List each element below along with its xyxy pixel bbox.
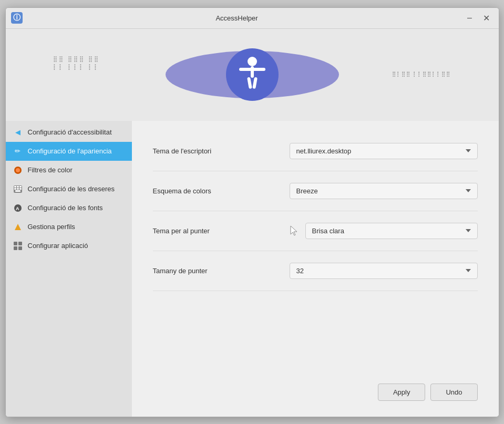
accessibility-person-icon: [226, 48, 279, 101]
color-scheme-row: Esquema de colors Breeze Breeze Dark Oxy…: [153, 171, 478, 211]
svg-marker-18: [15, 224, 21, 230]
svg-rect-4: [247, 77, 252, 89]
sidebar-label-color-filters: Filtres de color: [28, 166, 73, 174]
sidebar-icon-filters: [13, 166, 23, 175]
color-scheme-control: Breeze Breeze Dark Oxygen: [290, 183, 478, 199]
undo-button[interactable]: Undo: [430, 384, 477, 401]
svg-rect-20: [18, 242, 22, 245]
svg-point-1: [248, 57, 257, 66]
sidebar-icon-shortcuts: [13, 184, 23, 194]
svg-rect-22: [18, 246, 22, 250]
svg-point-7: [16, 168, 20, 172]
braille-decoration-right: ⣿⡇⣿⣿ ⡇⡇⣿⣿⡇⡇⣿⣿: [392, 71, 451, 77]
svg-rect-15: [15, 190, 20, 192]
apply-button[interactable]: Apply: [378, 384, 426, 401]
svg-rect-3: [239, 68, 265, 71]
titlebar: ⓘ AccessHelper – ✕: [6, 8, 499, 29]
buttons-row: Apply Undo: [153, 373, 478, 406]
desktop-theme-select[interactable]: net.lliurex.desktop Breeze Breeze Dark: [290, 143, 478, 159]
logo-container: [163, 40, 342, 109]
sidebar-item-accessibility-config[interactable]: ◀ Configuració d'accessibilitat: [6, 123, 132, 142]
color-scheme-label: Esquema de colors: [153, 187, 290, 195]
svg-rect-10: [17, 186, 19, 188]
braille-decoration-left: ⣿⣿ ⣿⣿⣿ ⣿⣿ ⡇⡇ ⡇⡇⡇ ⡇⡇: [53, 55, 100, 71]
sidebar-icon-appearance: ✏: [13, 147, 23, 156]
sidebar-label-configure-app: Configurar aplicació: [28, 242, 88, 250]
cursor-size-row: Tamany de punter 16 24 32 48 64: [153, 251, 478, 291]
cursor-theme-row: Tema per al punter Brisa clara Breeze: [153, 211, 478, 251]
close-button[interactable]: ✕: [480, 11, 493, 25]
desktop-theme-label: Tema de l'escriptori: [153, 147, 290, 155]
sidebar-icon-configure-app: [13, 241, 23, 251]
sidebar-item-fonts-config[interactable]: A Configuració de les fonts: [6, 199, 132, 218]
sidebar-icon-profiles: [13, 222, 23, 232]
desktop-theme-control: net.lliurex.desktop Breeze Breeze Dark: [290, 143, 478, 159]
cursor-select-wrapper: Brisa clara Breeze DMZ-White: [290, 223, 478, 239]
cursor-theme-control: Brisa clara Breeze DMZ-White: [290, 223, 478, 239]
svg-rect-5: [252, 77, 258, 89]
sidebar-icon-accessibility: ◀: [13, 128, 23, 137]
main-window: ⓘ AccessHelper – ✕ ⣿⣿ ⣿⣿⣿ ⣿⣿ ⡇⡇ ⡇⡇⡇ ⡇⡇: [5, 7, 499, 417]
sidebar-item-appearance-config[interactable]: ✏ Configuració de l'apariencia: [6, 142, 132, 161]
sidebar: ◀ Configuració d'accessibilitat ✏ Config…: [6, 121, 132, 417]
sidebar-label-manage-profiles: Gestiona perfils: [28, 223, 75, 231]
svg-rect-11: [19, 186, 22, 188]
window-title: AccessHelper: [11, 14, 463, 22]
window-content: ⣿⣿ ⣿⣿⣿ ⣿⣿ ⡇⡇ ⡇⡇⡇ ⡇⡇: [6, 29, 499, 417]
svg-rect-13: [17, 188, 19, 190]
main-area: ◀ Configuració d'accessibilitat ✏ Config…: [6, 121, 499, 417]
cursor-size-control: 16 24 32 48 64: [290, 263, 478, 279]
sidebar-item-shortcuts-config[interactable]: Configuració de les dreseres: [6, 180, 132, 199]
svg-text:A: A: [16, 206, 19, 211]
sidebar-label-fonts-config: Configuració de les fonts: [28, 204, 103, 212]
svg-rect-14: [19, 188, 22, 190]
sidebar-label-appearance-config: Configuració de l'apariencia: [28, 147, 112, 155]
svg-rect-19: [14, 242, 17, 245]
desktop-theme-row: Tema de l'escriptori net.lliurex.desktop…: [153, 131, 478, 171]
svg-rect-12: [14, 188, 16, 190]
cursor-theme-label: Tema per al punter: [153, 227, 290, 235]
color-scheme-select[interactable]: Breeze Breeze Dark Oxygen: [290, 183, 478, 199]
cursor-size-label: Tamany de punter: [153, 267, 290, 275]
header-banner: ⣿⣿ ⣿⣿⣿ ⣿⣿ ⡇⡇ ⡇⡇⡇ ⡇⡇: [6, 29, 499, 121]
minimize-button[interactable]: –: [463, 11, 477, 25]
sidebar-item-color-filters[interactable]: Filtres de color: [6, 161, 132, 180]
cursor-size-select[interactable]: 16 24 32 48 64: [290, 263, 478, 279]
sidebar-label-accessibility-config: Configuració d'accessibilitat: [28, 128, 112, 136]
svg-rect-21: [14, 246, 17, 250]
sidebar-item-manage-profiles[interactable]: Gestiona perfils: [6, 218, 132, 236]
main-panel: Tema de l'escriptori net.lliurex.desktop…: [132, 121, 499, 417]
sidebar-item-configure-app[interactable]: Configurar aplicació: [6, 236, 132, 255]
window-controls: – ✕: [463, 11, 493, 25]
cursor-theme-select[interactable]: Brisa clara Breeze DMZ-White: [305, 223, 478, 239]
sidebar-icon-fonts: A: [13, 203, 23, 213]
sidebar-label-shortcuts-config: Configuració de les dreseres: [28, 185, 115, 193]
svg-rect-9: [14, 186, 16, 188]
cursor-preview-icon: [290, 225, 301, 236]
